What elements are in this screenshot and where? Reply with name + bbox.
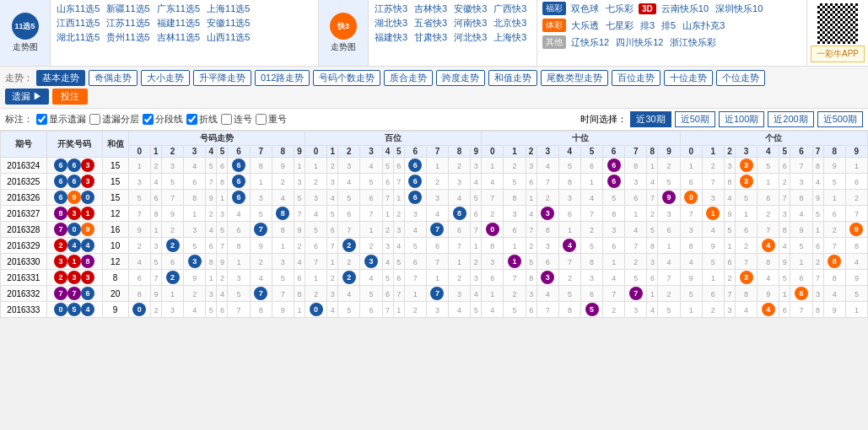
link-guangxi-k3[interactable]: 广西快3 bbox=[491, 3, 529, 15]
period-500[interactable]: 近500期 bbox=[817, 111, 863, 127]
lottery-guizhou[interactable]: 贵州11选5 bbox=[104, 31, 152, 44]
link-beijing-k3[interactable]: 北京快3 bbox=[491, 17, 529, 30]
tab-one[interactable]: 个位走势 bbox=[716, 70, 765, 86]
trend-cell-6: 6 bbox=[228, 174, 250, 190]
tab-hundred[interactable]: 百位走势 bbox=[612, 70, 660, 86]
link-hubei-k3[interactable]: 湖北快3 bbox=[372, 17, 410, 30]
tab-big-small[interactable]: 大小走势 bbox=[141, 70, 190, 86]
link-yunnan[interactable]: 云南快乐10 bbox=[660, 3, 710, 15]
lottery-jiangsu[interactable]: 江苏11选5 bbox=[104, 17, 152, 30]
link-jilin-k3[interactable]: 吉林快3 bbox=[412, 3, 450, 15]
link-pai5[interactable]: 排5 bbox=[660, 19, 677, 32]
check-segment-line[interactable]: 分段线 bbox=[143, 113, 183, 126]
tab-up-flat-down[interactable]: 升平降走势 bbox=[193, 70, 251, 86]
bai-cell-4: 1 bbox=[382, 206, 393, 222]
tab-count[interactable]: 号码个数走势 bbox=[313, 70, 380, 86]
link-henan-k3[interactable]: 河南快3 bbox=[451, 17, 489, 30]
link-jiangsu-k3[interactable]: 江苏快3 bbox=[372, 3, 410, 15]
tab-quality[interactable]: 质合走势 bbox=[384, 70, 433, 86]
bai-cell-8: 7 bbox=[449, 238, 471, 254]
bet-button[interactable]: 投注 bbox=[52, 89, 88, 105]
period-30[interactable]: 近30期 bbox=[630, 111, 671, 127]
ge-cell-5: 6 bbox=[779, 158, 790, 174]
link-shanghai-k3[interactable]: 上海快3 bbox=[491, 31, 529, 44]
check-fold-line[interactable]: 折线 bbox=[186, 113, 218, 126]
bai-cell-0: 1 bbox=[305, 270, 327, 286]
lottery-anhui[interactable]: 安徽11选5 bbox=[204, 17, 252, 30]
lottery-jilin[interactable]: 吉林11选5 bbox=[154, 31, 202, 44]
lottery-xinjiang[interactable]: 新疆11选5 bbox=[104, 3, 152, 15]
sub-header-trend-4: 4 bbox=[206, 146, 217, 158]
ge-cell-9: 1 bbox=[845, 302, 867, 318]
shi-cell-8: 1 bbox=[647, 158, 658, 174]
table-row: 2016333054902345678910456712345456785234… bbox=[1, 302, 868, 318]
trend-cell-2: 2 bbox=[161, 270, 183, 286]
lottery-guangdong[interactable]: 广东11选5 bbox=[154, 3, 202, 15]
tab-sum[interactable]: 和值走势 bbox=[488, 70, 537, 86]
tab-odd-even[interactable]: 奇偶走势 bbox=[89, 70, 137, 86]
lottery-shanghai[interactable]: 上海11选5 bbox=[204, 3, 252, 15]
sub-header-ge-7: 7 bbox=[812, 146, 823, 158]
lottery-fujian[interactable]: 福建11选5 bbox=[154, 17, 202, 30]
link-gansu-k3[interactable]: 甘肃快3 bbox=[412, 31, 450, 44]
ge-cell-4: 1 bbox=[757, 174, 779, 190]
link-anhui-k3[interactable]: 安徽快3 bbox=[451, 3, 489, 15]
ge-cell-3: 5 bbox=[735, 190, 757, 206]
link-wusheng-k3[interactable]: 五省快3 bbox=[412, 17, 450, 30]
link-fujian-k3[interactable]: 福建快3 bbox=[372, 31, 410, 44]
tab-ten[interactable]: 十位走势 bbox=[664, 70, 713, 86]
link-liao-kl12[interactable]: 辽快乐12 bbox=[569, 36, 611, 49]
link-sichuan-kl12[interactable]: 四川快乐12 bbox=[614, 36, 665, 49]
link-shandong-poker[interactable]: 山东扑克3 bbox=[681, 19, 726, 32]
filter-bar: 标注： 显示遗漏 遗漏分层 分段线 折线 连号 重号 时间选择： 近30期 近5… bbox=[0, 109, 868, 131]
lottery-jiangxi[interactable]: 江西11选5 bbox=[54, 17, 102, 30]
link-qilecai[interactable]: 七乐彩 bbox=[604, 3, 635, 15]
shi-cell-6: 7 bbox=[603, 286, 625, 302]
ball-2: 9 bbox=[81, 223, 94, 236]
table-row: 2016329244102325678912672234567181234567… bbox=[1, 238, 868, 254]
check-show-miss[interactable]: 显示遗漏 bbox=[36, 113, 86, 126]
period-200[interactable]: 近200期 bbox=[768, 111, 813, 127]
bai-cell-6: 7 bbox=[404, 270, 426, 286]
bai-cell-5: 3 bbox=[393, 222, 404, 238]
period-100[interactable]: 近100期 bbox=[719, 111, 764, 127]
shi-cell-1: 7 bbox=[504, 270, 526, 286]
link-shuangseqiu[interactable]: 双色球 bbox=[569, 3, 601, 15]
cell-sum: 20 bbox=[102, 286, 128, 302]
link-zhejiang-klc[interactable]: 浙江快乐彩 bbox=[668, 36, 718, 49]
tab-tail-type[interactable]: 尾数类型走势 bbox=[541, 70, 608, 86]
ge-cell-8: 9 bbox=[823, 158, 845, 174]
lottery-hubei[interactable]: 湖北11选5 bbox=[54, 31, 102, 44]
tab-basic-trend[interactable]: 基本走势 bbox=[36, 70, 85, 86]
bai-cell-1: 4 bbox=[327, 190, 338, 206]
period-50[interactable]: 近50期 bbox=[675, 111, 715, 127]
logo-11x5[interactable]: 11选5 走势图 bbox=[0, 0, 51, 66]
shi-cell-9: 3 bbox=[658, 206, 680, 222]
ge-cell-4: 8 bbox=[757, 254, 779, 270]
ge-cell-7: 4 bbox=[812, 174, 823, 190]
quick3-box[interactable]: 快3 走势图 bbox=[318, 0, 369, 66]
link-hebei-k3[interactable]: 河北快3 bbox=[451, 31, 489, 44]
link-shenzhen[interactable]: 深圳快乐10 bbox=[714, 3, 764, 15]
table-row: 2016325663153456786123234567623445678163… bbox=[1, 174, 868, 190]
sub-header-bai-0: 0 bbox=[305, 146, 327, 158]
cell-numbers: 054 bbox=[46, 302, 102, 318]
link-qixingcai[interactable]: 七星彩 bbox=[604, 19, 635, 32]
check-miss-layer[interactable]: 遗漏分层 bbox=[89, 113, 139, 126]
check-consecutive[interactable]: 连号 bbox=[221, 113, 252, 126]
sub-header-trend-3: 3 bbox=[184, 146, 206, 158]
bai-cell-2: 5 bbox=[338, 190, 360, 206]
trend-cell-6: 6 bbox=[228, 190, 250, 206]
bai-cell-7: 2 bbox=[426, 174, 448, 190]
tab-span[interactable]: 跨度走势 bbox=[436, 70, 485, 86]
tab-012[interactable]: 012路走势 bbox=[255, 70, 310, 86]
check-repeat[interactable]: 重号 bbox=[256, 113, 287, 126]
lottery-shanxi[interactable]: 山西11选5 bbox=[204, 31, 252, 44]
miss-button[interactable]: 遗漏 ▶ bbox=[5, 89, 49, 105]
trend-cell-2: 7 bbox=[161, 190, 183, 206]
cell-period: 2016328 bbox=[1, 222, 47, 238]
link-daletou[interactable]: 大乐透 bbox=[569, 19, 601, 32]
link-pai3[interactable]: 排3 bbox=[639, 19, 656, 32]
trend-cell-2: 2 bbox=[161, 222, 183, 238]
lottery-shandong[interactable]: 山东11选5 bbox=[54, 3, 102, 15]
